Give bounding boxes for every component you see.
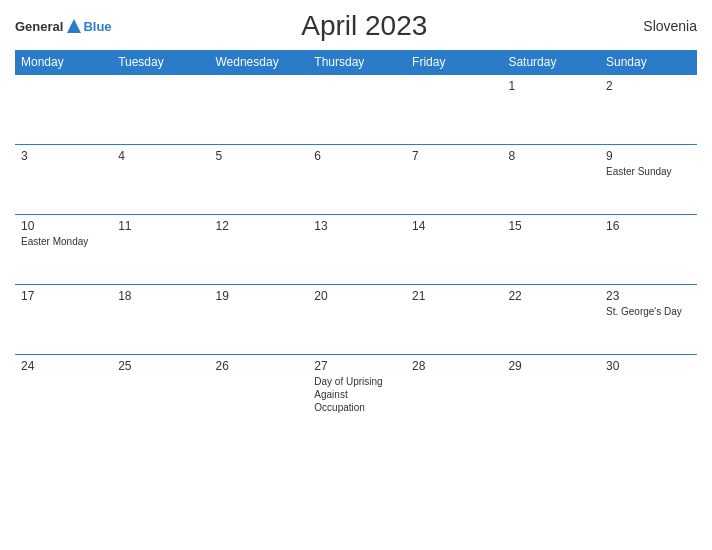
calendar-cell: 20	[308, 285, 406, 355]
svg-marker-0	[67, 19, 81, 33]
logo-blue-text: Blue	[83, 19, 111, 34]
day-number: 1	[508, 79, 594, 93]
calendar-title: April 2023	[112, 10, 617, 42]
calendar-cell: 8	[502, 145, 600, 215]
day-number: 14	[412, 219, 496, 233]
day-number: 27	[314, 359, 400, 373]
calendar-week-row: 12	[15, 75, 697, 145]
holiday-label: Easter Monday	[21, 235, 106, 248]
header-friday: Friday	[406, 50, 502, 75]
calendar-cell: 30	[600, 355, 697, 425]
day-number: 23	[606, 289, 691, 303]
day-number: 25	[118, 359, 203, 373]
calendar-table: Monday Tuesday Wednesday Thursday Friday…	[15, 50, 697, 425]
calendar-cell: 3	[15, 145, 112, 215]
day-number: 2	[606, 79, 691, 93]
calendar-cell: 21	[406, 285, 502, 355]
holiday-label: Easter Sunday	[606, 165, 691, 178]
logo: General Blue	[15, 17, 112, 35]
day-number: 8	[508, 149, 594, 163]
header-monday: Monday	[15, 50, 112, 75]
calendar-cell: 13	[308, 215, 406, 285]
day-number: 9	[606, 149, 691, 163]
calendar-cell	[15, 75, 112, 145]
calendar-cell: 23St. George's Day	[600, 285, 697, 355]
calendar-cell: 27Day of Uprising Against Occupation	[308, 355, 406, 425]
calendar-cell	[308, 75, 406, 145]
calendar-cell: 9Easter Sunday	[600, 145, 697, 215]
country-label: Slovenia	[617, 18, 697, 34]
calendar-cell: 14	[406, 215, 502, 285]
calendar-cell	[112, 75, 209, 145]
calendar-cell: 5	[209, 145, 308, 215]
calendar-week-row: 3456789Easter Sunday	[15, 145, 697, 215]
day-number: 3	[21, 149, 106, 163]
calendar-cell: 26	[209, 355, 308, 425]
calendar-cell: 25	[112, 355, 209, 425]
day-number: 16	[606, 219, 691, 233]
calendar-cell: 22	[502, 285, 600, 355]
calendar-cell: 2	[600, 75, 697, 145]
day-number: 6	[314, 149, 400, 163]
calendar-cell: 19	[209, 285, 308, 355]
day-number: 11	[118, 219, 203, 233]
calendar-cell: 12	[209, 215, 308, 285]
header-thursday: Thursday	[308, 50, 406, 75]
holiday-label: St. George's Day	[606, 305, 691, 318]
calendar-cell: 16	[600, 215, 697, 285]
day-number: 5	[215, 149, 302, 163]
calendar-page: General Blue April 2023 Slovenia Monday …	[0, 0, 712, 550]
calendar-week-row: 24252627Day of Uprising Against Occupati…	[15, 355, 697, 425]
calendar-cell: 15	[502, 215, 600, 285]
day-number: 19	[215, 289, 302, 303]
day-number: 4	[118, 149, 203, 163]
calendar-week-row: 10Easter Monday111213141516	[15, 215, 697, 285]
day-number: 30	[606, 359, 691, 373]
calendar-cell: 29	[502, 355, 600, 425]
calendar-cell	[406, 75, 502, 145]
calendar-cell: 24	[15, 355, 112, 425]
day-number: 10	[21, 219, 106, 233]
calendar-cell: 17	[15, 285, 112, 355]
header-wednesday: Wednesday	[209, 50, 308, 75]
day-number: 22	[508, 289, 594, 303]
calendar-cell: 18	[112, 285, 209, 355]
header-saturday: Saturday	[502, 50, 600, 75]
day-number: 7	[412, 149, 496, 163]
day-number: 20	[314, 289, 400, 303]
calendar-cell: 4	[112, 145, 209, 215]
calendar-cell: 11	[112, 215, 209, 285]
header-tuesday: Tuesday	[112, 50, 209, 75]
calendar-cell: 1	[502, 75, 600, 145]
calendar-cell: 6	[308, 145, 406, 215]
day-number: 28	[412, 359, 496, 373]
day-number: 15	[508, 219, 594, 233]
calendar-cell	[209, 75, 308, 145]
day-number: 12	[215, 219, 302, 233]
page-header: General Blue April 2023 Slovenia	[15, 10, 697, 42]
logo-icon	[65, 17, 83, 35]
weekday-header-row: Monday Tuesday Wednesday Thursday Friday…	[15, 50, 697, 75]
day-number: 13	[314, 219, 400, 233]
day-number: 29	[508, 359, 594, 373]
logo-general-text: General	[15, 19, 63, 34]
header-sunday: Sunday	[600, 50, 697, 75]
day-number: 21	[412, 289, 496, 303]
day-number: 26	[215, 359, 302, 373]
day-number: 18	[118, 289, 203, 303]
calendar-week-row: 17181920212223St. George's Day	[15, 285, 697, 355]
day-number: 17	[21, 289, 106, 303]
holiday-label: Day of Uprising Against Occupation	[314, 375, 400, 414]
calendar-cell: 28	[406, 355, 502, 425]
calendar-cell: 7	[406, 145, 502, 215]
day-number: 24	[21, 359, 106, 373]
calendar-cell: 10Easter Monday	[15, 215, 112, 285]
